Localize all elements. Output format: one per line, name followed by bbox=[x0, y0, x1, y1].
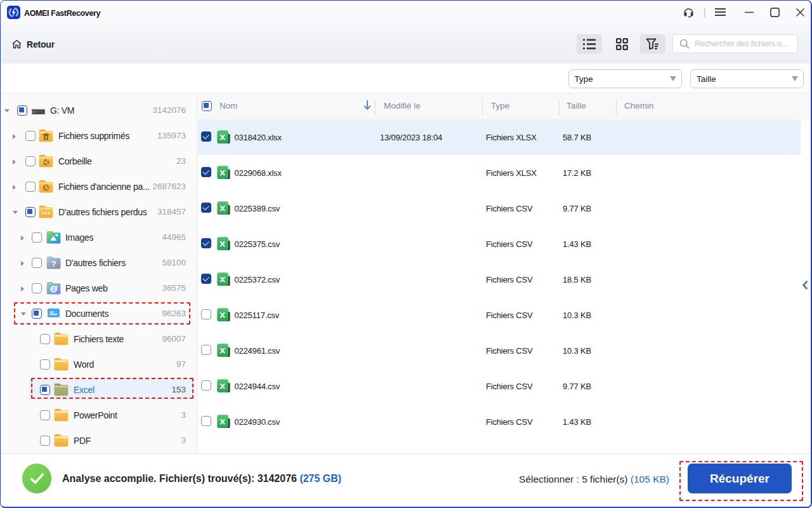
svg-text:?: ? bbox=[51, 260, 56, 269]
